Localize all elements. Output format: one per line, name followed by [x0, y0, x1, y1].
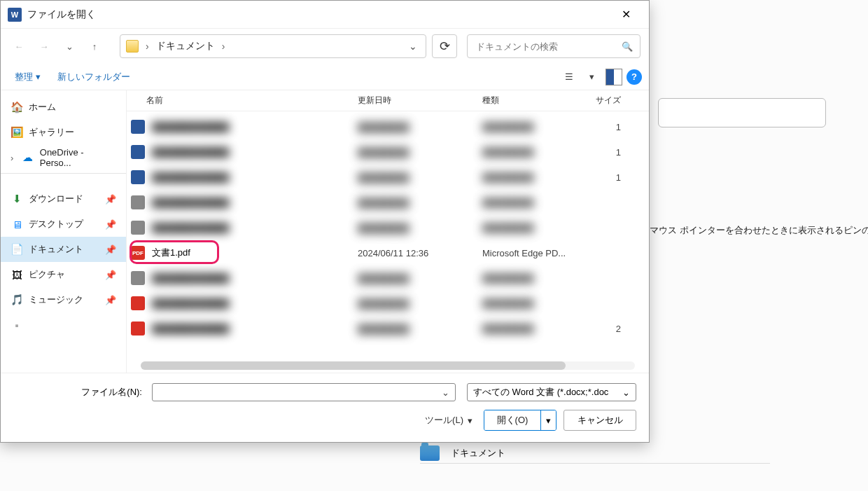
file-icon [131, 170, 145, 184]
recent-dropdown[interactable]: ⌄ [59, 36, 79, 56]
pin-icon[interactable]: 📌 [105, 270, 116, 280]
view-dropdown[interactable]: ▾ [582, 67, 601, 87]
footer-buttons: ツール(L) ▾ 開く(O) ▾ キャンセル [13, 410, 636, 431]
sidebar-item-home[interactable]: 🏠 ホーム [1, 95, 126, 120]
file-name: ████████████ [152, 122, 358, 132]
body-area: 🏠 ホーム 🖼️ ギャラリー › ☁ OneDrive - Perso... ⬇… [1, 90, 649, 373]
preview-pane-button[interactable] [604, 67, 624, 87]
back-button[interactable]: ← [9, 36, 29, 56]
help-button[interactable]: ? [626, 69, 642, 85]
address-bar[interactable]: › ドキュメント › ⌄ [120, 34, 426, 58]
file-row[interactable]: ████████████████████████████ [127, 215, 649, 240]
pin-icon[interactable]: 📌 [105, 244, 116, 255]
col-type[interactable]: 種類 [482, 95, 584, 106]
file-name: ████████████ [152, 298, 358, 309]
col-size[interactable]: サイズ [584, 95, 626, 106]
open-button[interactable]: 開く(O) [484, 410, 540, 430]
pin-icon[interactable]: 📌 [105, 194, 116, 205]
organize-button[interactable]: 整理 ▾ [8, 68, 48, 86]
address-dropdown[interactable]: ⌄ [406, 41, 420, 52]
pdf-icon: PDF [131, 246, 145, 260]
sidebar-item-label: ミュージック [29, 293, 83, 306]
file-size: 1 [584, 147, 626, 158]
dialog-title: ファイルを開く [27, 8, 610, 21]
file-date: ████████ [358, 223, 482, 233]
titlebar: W ファイルを開く ✕ [1, 1, 649, 29]
tools-button[interactable]: ツール(L) ▾ [421, 411, 477, 429]
file-list[interactable]: ████████████████████████████1███████████… [127, 111, 649, 361]
sidebar-item-more[interactable]: ▪ [1, 312, 126, 338]
sidebar-item-label: ギャラリー [29, 126, 74, 139]
sidebar-item-music[interactable]: 🎵 ミュージック 📌 [1, 287, 126, 312]
breadcrumb-folder[interactable]: ドキュメント [156, 40, 215, 53]
col-date[interactable]: 更新日時 [358, 95, 482, 106]
file-row[interactable]: ████████████████████████████1 [127, 114, 649, 139]
filename-input[interactable] [157, 387, 440, 399]
file-icon [131, 195, 145, 209]
chevron-right-icon[interactable]: › [10, 153, 19, 163]
file-row[interactable]: ████████████████████████████1 [127, 165, 649, 190]
file-type: Microsoft Edge PD... [482, 248, 584, 258]
file-type: ████████ [482, 198, 584, 208]
sidebar-item-gallery[interactable]: 🖼️ ギャラリー [1, 120, 126, 145]
up-button[interactable]: ↑ [85, 36, 104, 56]
filetype-select[interactable]: すべての Word 文書 (*.docx;*.doc ⌄ [467, 383, 636, 401]
word-icon: W [8, 8, 22, 22]
file-name: ████████████ [152, 273, 358, 284]
pin-icon[interactable]: 📌 [105, 295, 116, 305]
new-folder-button[interactable]: 新しいフォルダー [50, 68, 137, 86]
file-type: ████████ [482, 147, 584, 158]
view-mode-button[interactable]: ☰ [559, 67, 579, 87]
file-row[interactable]: ████████████████████████████ [127, 265, 649, 291]
file-type: ████████ [482, 122, 584, 132]
filetype-label: すべての Word 文書 (*.docx;*.doc [473, 386, 622, 399]
sidebar-item-downloads[interactable]: ⬇ ダウンロード 📌 [1, 186, 126, 212]
file-open-dialog: W ファイルを開く ✕ ← → ⌄ ↑ › ドキュメント › ⌄ ⟳ 🔍 整理 … [0, 0, 650, 443]
sidebar-item-onedrive[interactable]: › ☁ OneDrive - Perso... [1, 145, 126, 170]
sidebar-item-label: ダウンロード [29, 193, 83, 205]
search-input[interactable] [475, 41, 622, 53]
horizontal-scrollbar[interactable] [141, 361, 635, 370]
bg-folder-row[interactable]: ドキュメント [420, 443, 770, 464]
file-row[interactable]: ████████████████████████████1 [127, 139, 649, 165]
file-row[interactable]: ████████████████████████████ [127, 291, 649, 316]
filename-label: ファイル名(N): [13, 386, 146, 399]
file-size: 2 [584, 324, 626, 334]
close-button[interactable]: ✕ [610, 4, 642, 26]
sidebar-item-pictures[interactable]: 🖼 ピクチャ 📌 [1, 262, 126, 287]
chevron-right-icon: › [222, 41, 225, 52]
bg-text-input[interactable] [658, 98, 826, 127]
file-date: ████████ [358, 324, 482, 334]
file-type: ████████ [482, 172, 584, 183]
scrollbar-thumb[interactable] [141, 361, 566, 370]
forward-button[interactable]: → [34, 36, 54, 56]
home-icon: 🏠 [10, 101, 23, 113]
chevron-down-icon: ▾ [468, 415, 472, 426]
filename-input-wrap[interactable]: ⌄ [152, 383, 456, 401]
search-box[interactable]: 🔍 [467, 34, 640, 58]
refresh-button[interactable]: ⟳ [432, 34, 457, 58]
file-icon [131, 145, 145, 159]
sidebar-item-desktop[interactable]: 🖥 デスクトップ 📌 [1, 212, 126, 237]
file-row[interactable]: ████████████████████████████2 [127, 316, 649, 341]
open-dropdown[interactable]: ▾ [540, 410, 556, 430]
file-row[interactable]: ████████████████████████████ [127, 190, 649, 215]
search-icon[interactable]: 🔍 [622, 41, 633, 52]
file-icon [131, 120, 145, 134]
col-name[interactable]: 名前 [131, 95, 358, 106]
file-size: 1 [584, 122, 626, 132]
chevron-right-icon: › [146, 41, 149, 52]
pictures-icon: 🖼 [10, 268, 23, 281]
onedrive-icon: ☁ [22, 151, 34, 164]
file-name: ████████████ [152, 147, 358, 158]
folder-icon [420, 445, 440, 461]
filename-dropdown[interactable]: ⌄ [440, 387, 451, 398]
file-row-highlighted[interactable]: PDF文書1.pdf2024/06/11 12:36Microsoft Edge… [127, 240, 649, 265]
pin-icon[interactable]: 📌 [105, 219, 116, 230]
sidebar-item-label: ホーム [29, 101, 56, 113]
file-date: ████████ [358, 273, 482, 284]
sidebar-item-documents[interactable]: 📄 ドキュメント 📌 [1, 237, 126, 262]
cancel-button[interactable]: キャンセル [564, 410, 636, 431]
music-icon: 🎵 [10, 293, 23, 306]
bg-folder-label: ドキュメント [451, 447, 505, 459]
